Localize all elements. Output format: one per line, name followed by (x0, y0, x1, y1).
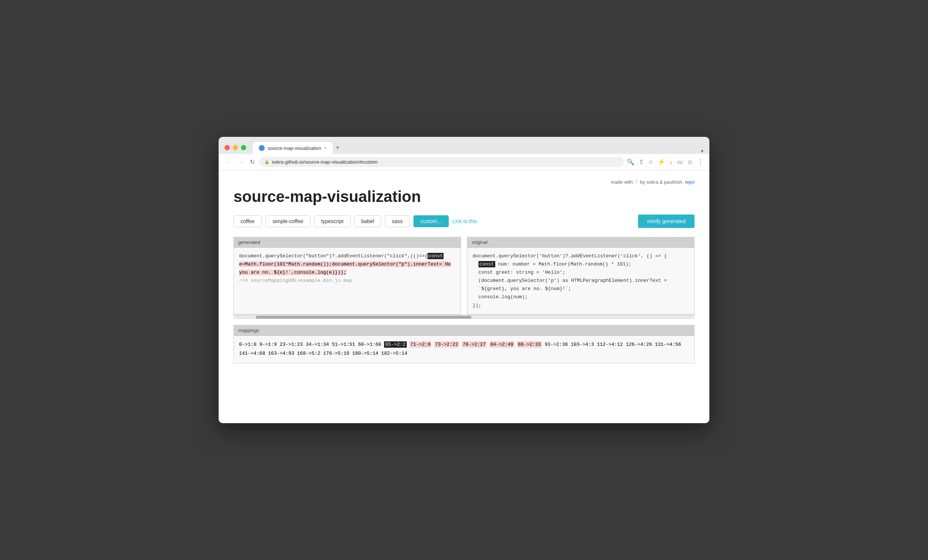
bookmark-icon[interactable]: ☆ (648, 159, 653, 165)
url-text: sokra.github.io/source-map-visualization… (272, 159, 378, 165)
mapping-item-19[interactable]: 168->5:2 (297, 351, 320, 356)
orig-line-8: }); (473, 302, 689, 310)
address-input[interactable]: 🔒 sokra.github.io/source-map-visualizati… (259, 157, 624, 167)
mapping-item-22[interactable]: 182->5:14 (381, 351, 407, 356)
preset-custom[interactable]: custom... (414, 215, 449, 227)
mapping-item-13[interactable]: 103->4:3 (571, 342, 594, 347)
mapping-item-18[interactable]: 163->4:93 (268, 351, 294, 356)
close-button[interactable] (224, 145, 230, 150)
extensions-icon[interactable]: ⚡ (658, 159, 665, 165)
preset-babel[interactable]: babel (354, 215, 381, 227)
generated-code[interactable]: document.querySelector("button")?.addEve… (234, 248, 461, 307)
repo-link[interactable]: repo (685, 179, 694, 185)
page-meta: made with ♡ by sokra & paulirish. repo (234, 179, 694, 185)
menu-icon[interactable]: ⋮ (698, 159, 704, 165)
mappings-body: 0->1:0 9->1:9 23->1:23 34->1:34 51->1:51… (234, 336, 694, 363)
mapping-item-12[interactable]: 93->2:38 (545, 342, 568, 347)
mapping-item-16[interactable]: 131->4:56 (655, 342, 681, 347)
address-bar: ← → ↻ 🔒 sokra.github.io/source-map-visua… (218, 154, 710, 170)
orig-line-5: (document.querySelector('p') as HTMLPara… (473, 277, 689, 285)
sidebar-icon[interactable]: ▭ (677, 159, 682, 165)
mapping-item-9[interactable]: 78->2:27 (462, 341, 486, 348)
orig-line-1: document.querySelector('button')?.addEve… (473, 252, 689, 260)
link-this[interactable]: Link to this (452, 218, 478, 224)
reload-button[interactable]: ↻ (248, 157, 256, 167)
active-tab[interactable]: source-map-visualization × (253, 142, 333, 154)
mapping-item-10[interactable]: 84->2:49 (490, 341, 514, 348)
title-bar: source-map-visualization × + ▾ (218, 137, 710, 154)
tab-title: source-map-visualization (268, 145, 321, 151)
generated-panel: generated document.querySelector("button… (234, 237, 461, 314)
back-button[interactable]: ← (224, 157, 234, 167)
lock-icon: 🔒 (264, 160, 270, 164)
original-panel: original document.querySelector('button'… (467, 237, 694, 314)
code-panels: generated document.querySelector("button… (234, 237, 694, 314)
mapping-item-2[interactable]: 23->1:23 (279, 342, 303, 347)
maximize-button[interactable] (241, 145, 246, 150)
preset-typescript[interactable]: typescript (314, 215, 351, 227)
horizontal-scrollbar[interactable] (234, 314, 694, 319)
forward-button[interactable]: → (237, 157, 246, 167)
mapping-item-11[interactable]: 88->2:33 (517, 341, 542, 348)
orig-line-7: console.log(num); (473, 293, 689, 301)
mapping-item-21[interactable]: 180->5:14 (352, 351, 378, 356)
share-icon[interactable]: ⇧ (639, 159, 644, 165)
mapping-item-8[interactable]: 73->2:22 (434, 341, 459, 348)
mapping-item-4[interactable]: 51->1:51 (332, 342, 355, 347)
scrollbar-thumb[interactable] (256, 316, 472, 319)
mapping-item-0[interactable]: 0->1:0 (239, 342, 256, 347)
traffic-lights (224, 145, 246, 150)
meta-text: made with ♡ by sokra & paulirish. (611, 179, 684, 185)
mapping-item-6[interactable]: 65->2:2 (384, 341, 407, 348)
mapping-item-14[interactable]: 112->4:12 (597, 342, 623, 347)
gen-line-2: e=Math.floor(101*Math.random());document… (239, 260, 455, 269)
mapping-item-15[interactable]: 126->4:26 (626, 342, 652, 347)
download-icon[interactable]: ↓ (670, 159, 673, 165)
mapping-item-20[interactable]: 176->5:10 (323, 351, 349, 356)
profile-icon[interactable]: ☺ (687, 159, 693, 165)
orig-line-6: `${greet}, you are no. ${num}!`; (473, 285, 689, 293)
mapping-item-3[interactable]: 34->1:34 (305, 342, 329, 347)
generated-header: generated (234, 237, 461, 248)
tab-menu-button[interactable]: ▾ (701, 148, 704, 154)
mappings-panel: mappings 0->1:0 9->1:9 23->1:23 34->1:34… (234, 325, 694, 363)
page-content: made with ♡ by sokra & paulirish. repo s… (218, 170, 710, 423)
mapping-item-17[interactable]: 141->4:68 (239, 351, 265, 356)
orig-line-3: const greet: string = 'Hello'; (473, 269, 689, 277)
page-title: source-map-visualization (234, 188, 694, 206)
preset-simple-coffee[interactable]: simple-coffee (266, 215, 310, 227)
gen-line-1: document.querySelector("button")?.addEve… (239, 252, 455, 260)
new-tab-button[interactable]: + (333, 141, 343, 154)
gen-line-4: //# sourceMappingURL=example.min.js.map (239, 277, 455, 285)
preset-buttons: coffee simple-coffee typescript babel sa… (234, 215, 694, 228)
preset-coffee[interactable]: coffee (234, 215, 262, 227)
minify-button[interactable]: minify generated (638, 215, 694, 228)
mapping-item-1[interactable]: 9->1:9 (259, 342, 277, 347)
minimize-button[interactable] (233, 145, 238, 150)
mapping-item-7[interactable]: 71->2:8 (410, 341, 432, 348)
orig-line-2: const num: number = Math.floor(Math.rand… (473, 260, 689, 269)
mapping-item-5[interactable]: 60->1:60 (358, 342, 381, 347)
original-header: original (467, 237, 694, 248)
tab-bar: source-map-visualization × + ▾ (253, 141, 704, 154)
browser-window: source-map-visualization × + ▾ ← → ↻ 🔒 s… (218, 137, 710, 423)
mappings-header: mappings (234, 325, 694, 336)
preset-sass[interactable]: sass (385, 215, 410, 227)
tab-close-button[interactable]: × (324, 145, 327, 151)
tab-favicon (259, 145, 265, 151)
original-code[interactable]: document.querySelector('button')?.addEve… (467, 248, 694, 314)
browser-toolbar: 🔍 ⇧ ☆ ⚡ ↓ ▭ ☺ ⋮ (627, 159, 704, 165)
gen-line-3: you are no. ${e}!`,console.log(e)})); (239, 269, 455, 277)
search-icon[interactable]: 🔍 (627, 159, 634, 165)
